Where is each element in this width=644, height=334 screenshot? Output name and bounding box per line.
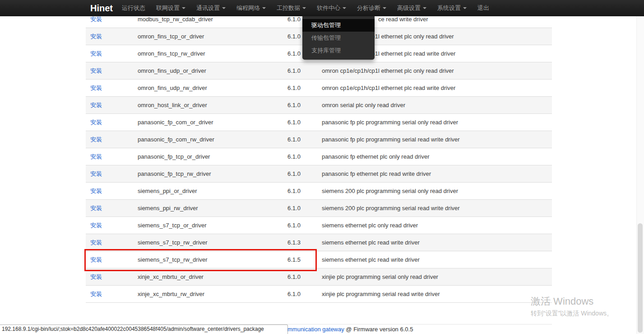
driver-name: omron_host_link_or_driver	[138, 102, 207, 108]
install-link[interactable]: 安装	[90, 50, 102, 57]
nav-item-5[interactable]: 软件中心	[311, 0, 352, 16]
driver-description: xinjie plc programming serial only read …	[322, 273, 438, 280]
windows-activation-watermark: 激活 Windows 转到“设置”以激活 Windows。	[531, 296, 613, 317]
driver-name: panasonic_fp_com_or_driver	[138, 119, 213, 126]
driver-description: siemens ethernet plc read write driver	[322, 256, 420, 263]
install-link[interactable]: 安装	[90, 273, 102, 280]
driver-description: siemens 200 plc programming serial read …	[322, 205, 460, 212]
footer-gateway-link[interactable]: mmunication gateway	[287, 326, 344, 333]
nav-item-2[interactable]: 通讯设置	[191, 0, 231, 16]
nav-item-label: 高级设置	[397, 4, 421, 12]
nav-item-9[interactable]: 退出	[472, 0, 495, 16]
driver-name: omron_fins_tcp_rw_driver	[138, 50, 205, 57]
driver-name: siemens_ppi_rw_driver	[138, 205, 198, 212]
nav-item-label: 分析诊断	[357, 4, 380, 12]
install-link[interactable]: 安装	[90, 136, 102, 143]
install-link[interactable]: 安装	[90, 33, 102, 40]
install-link[interactable]: 安装	[90, 239, 102, 246]
table-row: 安装panasonic_fp_tcp_rw_driver6.1.0panason…	[86, 165, 552, 183]
vertical-scrollbar-track[interactable]	[636, 16, 644, 334]
driver-description: ce read write driver	[378, 16, 428, 23]
install-link[interactable]: 安装	[90, 188, 102, 194]
dropdown-item-0[interactable]: 驱动包管理	[302, 19, 375, 32]
driver-version: 6.1.0	[287, 33, 301, 40]
driver-version: 6.1.0	[287, 67, 301, 74]
nav-item-label: 联网设置	[156, 4, 180, 12]
nav-item-label: 通讯设置	[196, 4, 220, 12]
chevron-down-icon	[222, 7, 226, 9]
table-row: 安装panasonic_fp_com_or_driver6.1.0panason…	[86, 114, 552, 131]
dropdown-item-1[interactable]: 传输包管理	[302, 32, 375, 44]
driver-description: omron serial plc only read driver	[322, 102, 405, 108]
install-link[interactable]: 安装	[90, 119, 102, 126]
chevron-down-icon	[262, 7, 266, 9]
driver-version: 6.1.0	[287, 50, 301, 57]
chevron-down-icon	[423, 7, 426, 9]
driver-name: siemens_ppi_or_driver	[138, 188, 197, 194]
table-row: 安装omron_fins_udp_rw_driver6.1.0omron cp1…	[86, 80, 552, 97]
install-link[interactable]: 安装	[90, 153, 102, 160]
driver-version: 6.1.5	[287, 256, 301, 263]
table-row: 安装siemens_ppi_or_driver6.1.0siemens 200 …	[86, 183, 552, 200]
table-row: 安装siemens_s7_tcp_rw_driver6.1.5siemens e…	[86, 251, 552, 268]
dropdown-item-2[interactable]: 支持库管理	[302, 44, 375, 57]
watermark-subtitle: 转到“设置”以激活 Windows。	[531, 309, 613, 317]
driver-version: 6.1.3	[287, 239, 301, 246]
install-link[interactable]: 安装	[90, 85, 102, 91]
driver-description: omron cp1e/cp1h/cp1l ethernet plc read w…	[322, 85, 455, 91]
nav-item-7[interactable]: 高级设置	[392, 0, 432, 16]
driver-version: 6.1.0	[287, 170, 301, 177]
driver-version: 6.1.0	[287, 85, 301, 91]
chevron-down-icon	[343, 7, 346, 9]
software-center-dropdown: 驱动包管理传输包管理支持库管理	[302, 16, 375, 60]
table-row: 安装omron_fins_udp_or_driver6.1.0omron cp1…	[86, 62, 552, 80]
app-logo[interactable]: Hinet	[90, 3, 113, 14]
install-link[interactable]: 安装	[90, 102, 102, 108]
driver-name: omron_fins_udp_rw_driver	[138, 85, 207, 91]
driver-version: 6.1.0	[287, 291, 301, 297]
nav-item-label: 运行状态	[122, 4, 145, 12]
top-navbar: Hinet 运行状态联网设置通讯设置编程网络工控数据软件中心分析诊断高级设置系统…	[0, 0, 644, 16]
driver-version: 6.1.0	[287, 273, 301, 280]
watermark-title: 激活 Windows	[531, 296, 613, 307]
install-link[interactable]: 安装	[90, 170, 102, 177]
driver-name: modbus_tcp_rw_cdab_driver	[138, 16, 213, 23]
install-link[interactable]: 安装	[90, 291, 102, 297]
nav-item-label: 编程网络	[236, 4, 260, 12]
nav-item-label: 工控数据	[277, 4, 300, 12]
chevron-down-icon	[302, 7, 306, 9]
chevron-down-icon	[383, 7, 386, 9]
install-link[interactable]: 安装	[90, 67, 102, 74]
driver-description: panasonic fp plc programming serial read…	[322, 136, 460, 143]
nav-item-3[interactable]: 编程网络	[231, 0, 271, 16]
table-row: 安装xinje_xc_mbrtu_rw_driver6.1.0xinjie pl…	[86, 286, 552, 303]
nav-item-4[interactable]: 工控数据	[271, 0, 311, 16]
nav-item-label: 软件中心	[317, 4, 340, 12]
nav-item-6[interactable]: 分析诊断	[352, 0, 392, 16]
driver-name: xinje_xc_mbrtu_or_driver	[138, 273, 204, 280]
driver-name: xinje_xc_mbrtu_rw_driver	[138, 291, 204, 297]
driver-version: 6.1.0	[287, 102, 301, 108]
nav-item-1[interactable]: 联网设置	[151, 0, 191, 16]
driver-description: siemens ethernet plc only read driver	[322, 222, 418, 229]
table-row: 安装omron_host_link_or_driver6.1.0omron se…	[86, 97, 552, 114]
vertical-scrollbar-thumb[interactable]	[638, 223, 643, 333]
driver-version: 6.1.0	[287, 136, 301, 143]
nav-item-8[interactable]: 系统设置	[432, 0, 472, 16]
driver-version: 6.1.0	[287, 119, 301, 126]
driver-version: 6.1.0	[287, 222, 301, 229]
install-link[interactable]: 安装	[90, 256, 102, 263]
table-row: 安装siemens_s7_tcp_or_driver6.1.0siemens e…	[86, 217, 552, 234]
table-row: 安装xinje_xc_mbrtu_or_driver6.1.0xinjie pl…	[86, 268, 552, 286]
main-menu: 运行状态联网设置通讯设置编程网络工控数据软件中心分析诊断高级设置系统设置退出	[116, 0, 495, 16]
install-link[interactable]: 安装	[90, 16, 102, 23]
driver-description: panasonic fp ethernet plc only read driv…	[322, 153, 429, 160]
footer: mmunication gateway @ Firmware version 6…	[287, 326, 413, 333]
nav-item-0[interactable]: 运行状态	[116, 0, 151, 16]
driver-version: 6.1.0	[287, 205, 301, 212]
install-link[interactable]: 安装	[90, 222, 102, 229]
table-row: 安装panasonic_fp_com_rw_driver6.1.0panason…	[86, 131, 552, 148]
install-link[interactable]: 安装	[90, 205, 102, 212]
driver-name: panasonic_fp_com_rw_driver	[138, 136, 214, 143]
driver-name: siemens_s7_tcp_rw_driver	[138, 239, 208, 246]
